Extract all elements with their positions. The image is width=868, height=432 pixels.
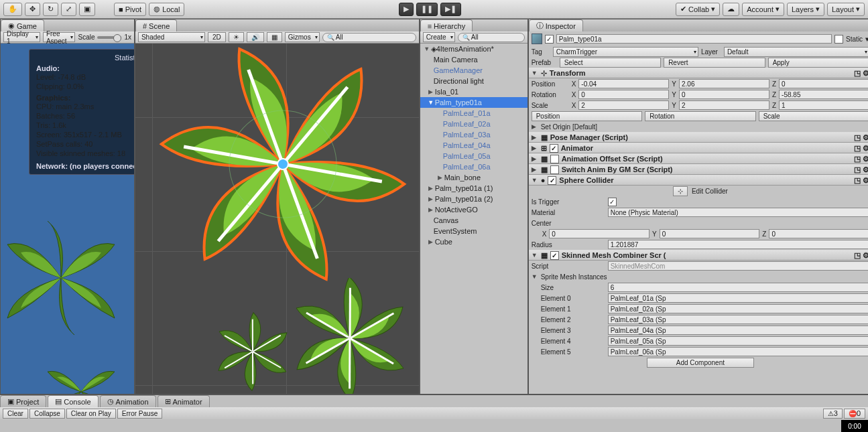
hierarchy-search[interactable]: All	[458, 33, 525, 42]
scale-x[interactable]	[578, 100, 669, 110]
aspect-dropdown[interactable]: Free Aspect	[43, 32, 76, 42]
console-tab[interactable]: ▤ Console	[48, 395, 98, 407]
scale-tool[interactable]: ⤢	[61, 3, 76, 16]
inspector-tab[interactable]: ⓘ Inspector	[529, 19, 583, 31]
istrigger-checkbox[interactable]: ✓	[608, 198, 617, 206]
layer-dropdown[interactable]: Default	[724, 47, 868, 57]
size-field[interactable]	[608, 283, 868, 292]
rot-x[interactable]	[578, 90, 669, 99]
hierarchy-item[interactable]: PalmLeaf_02a	[420, 119, 528, 129]
rot-z[interactable]	[779, 90, 868, 99]
error-pause-button[interactable]: Error Pause	[117, 409, 162, 419]
hierarchy-item[interactable]: PalmLeaf_03a	[420, 129, 528, 140]
hierarchy-item[interactable]: GameManager	[420, 65, 528, 76]
center-z[interactable]	[769, 229, 868, 238]
scale-slider[interactable]	[97, 36, 121, 39]
pos-x[interactable]	[578, 79, 669, 88]
animator-header[interactable]: ▶⊞ ✓ Animator◳ ⚙	[529, 143, 868, 153]
prefab-apply[interactable]: Apply	[768, 58, 868, 68]
game-view[interactable]: Statistics Audio: Level: -74.8 dBDSP loa…	[1, 44, 134, 394]
element-field[interactable]	[608, 347, 868, 356]
prefab-select[interactable]: Select	[560, 58, 661, 68]
smc-header[interactable]: ▼▦ ✓ Skinned Mesh Combiner Scr (◳ ⚙	[529, 250, 868, 261]
btn-rotation[interactable]: Rotation	[645, 111, 755, 121]
step-button[interactable]: ▶❚	[440, 3, 461, 16]
layout-button[interactable]: Layout ▾	[827, 3, 865, 16]
hierarchy-item[interactable]: PalmLeaf_04a	[420, 140, 528, 151]
hierarchy-item[interactable]: ▶Main_bone	[420, 172, 528, 183]
hierarchy-item[interactable]: EventSystem	[420, 226, 528, 236]
enabled-checkbox[interactable]: ✓	[545, 35, 554, 44]
transform-header[interactable]: ▼⊹ Transform◳ ⚙	[529, 68, 868, 78]
edit-collider-icon[interactable]: ⊹	[673, 186, 688, 196]
radius-field[interactable]	[608, 240, 868, 249]
hierarchy-item[interactable]: Directional light	[420, 76, 528, 86]
move-tool[interactable]: ✥	[25, 3, 40, 16]
2d-toggle[interactable]: 2D	[208, 32, 226, 42]
posemgr-header[interactable]: ▶▦ Pose Manager (Script)◳ ⚙	[529, 132, 868, 143]
layers-button[interactable]: Layers ▾	[787, 3, 824, 16]
hierarchy-item[interactable]: ▶Isla_01	[420, 86, 528, 97]
btn-scale[interactable]: Scale	[759, 111, 868, 121]
material-field[interactable]	[608, 208, 868, 217]
rect-tool[interactable]: ▣	[79, 3, 95, 16]
rot-y[interactable]	[679, 90, 769, 99]
clear-button[interactable]: Clear	[3, 409, 28, 419]
error-count[interactable]: ⛔ 0	[844, 409, 865, 419]
hierarchy-item[interactable]: ▶Palm_type01a (1)	[420, 183, 528, 194]
tag-dropdown[interactable]: CharmTrigger	[553, 47, 698, 57]
set-origin[interactable]: Set Origin [Default]	[541, 123, 597, 131]
display-dropdown[interactable]: Display 1	[3, 32, 40, 42]
hierarchy-item[interactable]: Main Camera	[420, 54, 528, 65]
scene-tab[interactable]: # Scene	[135, 19, 177, 31]
add-component-button[interactable]: Add Component	[647, 358, 754, 368]
clear-on-play-button[interactable]: Clear on Play	[66, 409, 116, 419]
hierarchy-item[interactable]: ▶Cube	[420, 236, 528, 247]
prefab-revert[interactable]: Revert	[664, 58, 765, 68]
local-button[interactable]: ◍ Local	[149, 3, 184, 16]
cloud-button[interactable]: ☁	[723, 3, 739, 16]
hierarchy-item[interactable]: PalmLeaf_05a	[420, 151, 528, 161]
hierarchy-item[interactable]: ▶NotActiveGO	[420, 204, 528, 215]
fx-toggle[interactable]: ▦	[267, 32, 282, 42]
pause-button[interactable]: ❚❚	[416, 3, 438, 16]
hierarchy-item[interactable]: PalmLeaf_01a	[420, 108, 528, 119]
animator-tab[interactable]: ⊞ Animator	[158, 395, 210, 407]
hand-tool[interactable]: ✋	[3, 3, 22, 16]
center-y[interactable]	[660, 229, 760, 238]
audio-toggle[interactable]: 🔊	[247, 32, 264, 42]
animation-tab[interactable]: ◷ Animation	[100, 395, 156, 407]
play-button[interactable]: ▶	[399, 3, 414, 16]
element-field[interactable]	[608, 326, 868, 335]
shaded-dropdown[interactable]: Shaded	[138, 32, 205, 42]
switchanim-header[interactable]: ▶▦ Switch Anim By GM Scr (Script)◳ ⚙	[529, 164, 868, 175]
account-button[interactable]: Account ▾	[742, 3, 784, 16]
hierarchy-tree[interactable]: ▼◈ 4ItemsAnimation* Main Camera GameMana…	[420, 44, 528, 394]
scene-root[interactable]: ▼◈ 4ItemsAnimation*	[420, 44, 528, 54]
hierarchy-tab[interactable]: ≡ Hierarchy	[420, 19, 473, 31]
hierarchy-item[interactable]: PalmLeaf_06a	[420, 161, 528, 172]
hierarchy-item[interactable]: ▶Palm_type01a (2)	[420, 194, 528, 204]
element-field[interactable]	[608, 293, 868, 303]
name-field[interactable]	[556, 34, 832, 44]
element-field[interactable]	[608, 315, 868, 324]
light-toggle[interactable]: ☀	[229, 32, 244, 42]
collapse-button[interactable]: Collapse	[29, 409, 65, 419]
pos-y[interactable]	[679, 79, 769, 88]
scene-search[interactable]: All	[322, 33, 416, 42]
element-field[interactable]	[608, 336, 868, 346]
create-dropdown[interactable]: Create	[423, 32, 455, 42]
project-tab[interactable]: ▣ Project	[0, 395, 46, 407]
static-checkbox[interactable]	[834, 35, 843, 44]
hierarchy-item[interactable]: Canvas	[420, 215, 528, 226]
scale-y[interactable]	[679, 100, 769, 110]
animoffset-header[interactable]: ▶▦ Animation Offset Scr (Script)◳ ⚙	[529, 153, 868, 164]
gizmos-dropdown[interactable]: Gizmos	[285, 32, 320, 42]
inspector-content[interactable]: ✓ Static▾ Tag CharmTrigger Layer Default…	[529, 31, 868, 394]
pivot-button[interactable]: ■ Pivot	[114, 3, 146, 16]
pos-z[interactable]	[779, 79, 868, 88]
rotate-tool[interactable]: ↻	[43, 3, 58, 16]
center-x[interactable]	[549, 229, 649, 238]
warn-count[interactable]: ⚠ 3	[823, 409, 843, 419]
scale-z[interactable]	[779, 100, 868, 110]
